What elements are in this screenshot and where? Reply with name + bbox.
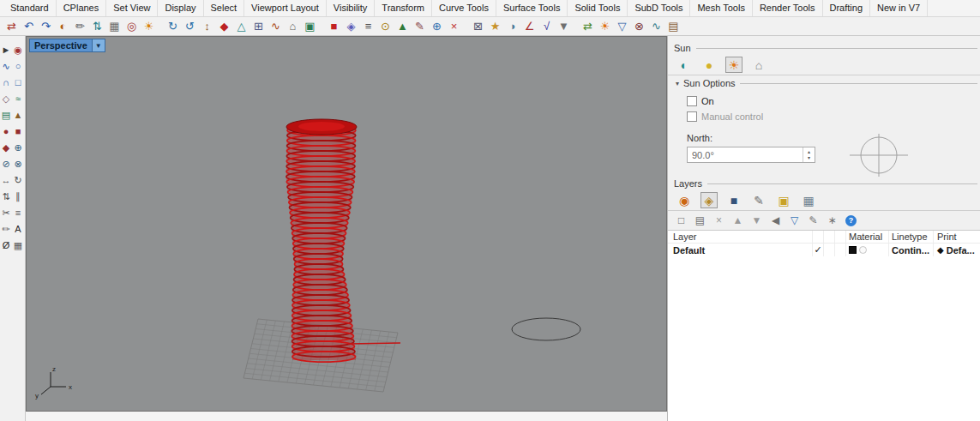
polygon-icon[interactable]: ◇: [1, 93, 12, 105]
menu-tab-set-view[interactable]: Set View: [106, 0, 158, 16]
north-input[interactable]: 90.0° ▴ ▾: [687, 147, 815, 163]
menu-tab-curve-tools[interactable]: Curve Tools: [432, 0, 496, 16]
layer-name[interactable]: Default: [668, 244, 812, 256]
point-icon[interactable]: ◉: [13, 45, 24, 56]
material-cell[interactable]: [845, 244, 888, 256]
add-icon[interactable]: ⊕: [430, 19, 444, 33]
mesh-triangle-icon[interactable]: △: [234, 19, 249, 33]
edit-pen-icon[interactable]: ✎: [412, 19, 427, 33]
menu-tab-surface-tools[interactable]: Surface Tools: [496, 0, 568, 16]
funnel-icon[interactable]: ▽: [615, 19, 629, 33]
viewport-canvas[interactable]: zxy: [27, 37, 666, 411]
menu-tab-display[interactable]: Display: [158, 0, 203, 16]
shade-toggle-icon[interactable]: ◐: [56, 19, 70, 33]
home-view-icon[interactable]: ⌂: [286, 19, 300, 33]
angle-icon[interactable]: ∠: [522, 19, 537, 33]
calc-check-icon[interactable]: √: [539, 19, 554, 33]
delete-icon[interactable]: ×: [447, 19, 461, 33]
menu-tab-new-in-v7[interactable]: New in V7: [870, 0, 928, 16]
swap-cplane-icon[interactable]: ⇄: [4, 19, 19, 33]
col-material[interactable]: Material: [845, 231, 888, 243]
delete-layer-icon[interactable]: ×: [712, 214, 725, 227]
help-icon[interactable]: ?: [845, 214, 857, 227]
gem-icon[interactable]: ◈: [344, 19, 358, 33]
red-line-curve[interactable]: [348, 343, 400, 344]
scale-icon[interactable]: ⇅: [1, 191, 12, 202]
annotate-pencil-icon[interactable]: ✏: [73, 19, 87, 33]
menu-tab-visibility[interactable]: Visibility: [327, 0, 376, 16]
layers-stack-icon[interactable]: ▤: [666, 19, 681, 33]
viewport-menu-caret-icon[interactable]: ▼: [93, 39, 105, 52]
linetype-cell[interactable]: Contin...: [888, 244, 933, 256]
redo-icon[interactable]: ↷: [39, 19, 53, 33]
sun-icon[interactable]: ☀: [725, 57, 743, 73]
dropdown-icon[interactable]: ▼: [556, 19, 571, 33]
trim-icon[interactable]: ✂: [1, 207, 12, 219]
circle-icon[interactable]: ○: [13, 61, 24, 72]
rotate-view-icon[interactable]: ↻: [165, 19, 180, 33]
sphere-icon[interactable]: ●: [1, 126, 12, 137]
pan-vertical-icon[interactable]: ↕: [200, 19, 214, 33]
arc-icon[interactable]: ∩: [1, 77, 12, 88]
current-layer-check-icon[interactable]: ✓: [812, 244, 823, 256]
layers-tab-icon[interactable]: ◈: [700, 192, 718, 208]
spinner-up-icon[interactable]: ▴: [808, 149, 810, 155]
menu-tab-subd-tools[interactable]: SubD Tools: [628, 0, 690, 16]
hatch-icon[interactable]: ▦: [13, 240, 24, 251]
filter-funnel-icon[interactable]: ▽: [788, 214, 801, 227]
loft-icon[interactable]: ▤: [1, 110, 12, 121]
sun-icon[interactable]: ☀: [598, 19, 612, 33]
half-sphere-icon[interactable]: ◑: [505, 19, 520, 33]
menu-tab-solid-tools[interactable]: Solid Tools: [568, 0, 628, 16]
collapse-chevron-icon[interactable]: ▾: [676, 80, 679, 87]
render-sun-icon[interactable]: ☀: [141, 19, 156, 33]
col-layer[interactable]: Layer: [668, 231, 812, 243]
select-cursor-icon[interactable]: ►: [1, 45, 12, 56]
rectangle-icon[interactable]: □: [13, 77, 24, 88]
sun-on-checkbox[interactable]: On: [687, 96, 980, 106]
solid-diamond-icon[interactable]: ◆: [217, 19, 231, 33]
grid-icon[interactable]: ▦: [107, 19, 122, 33]
menu-tab-render-tools[interactable]: Render Tools: [753, 0, 823, 16]
wave-icon[interactable]: ∿: [649, 19, 664, 33]
dimension-icon[interactable]: Ø: [1, 240, 12, 251]
material-sphere-icon[interactable]: [859, 246, 867, 254]
sun-options-header[interactable]: ▾ Sun Options: [668, 75, 980, 91]
layer-row-default[interactable]: Default ✓ Contin... ◆ Defa...: [668, 244, 980, 256]
swap-view-icon[interactable]: ⇅: [90, 19, 105, 33]
filter-edit-icon[interactable]: ✎: [807, 214, 820, 227]
layer-tools-icon[interactable]: ∗: [826, 214, 839, 227]
ellipse-curve[interactable]: [512, 318, 580, 340]
pyramid-icon[interactable]: ▲: [395, 19, 410, 33]
solid-icon[interactable]: ◆: [1, 142, 12, 153]
viewport-title[interactable]: Perspective: [29, 39, 93, 52]
menu-tab-cplanes[interactable]: CPlanes: [57, 0, 107, 16]
curve-tools-icon[interactable]: ∿: [268, 19, 283, 33]
pen-tab-icon[interactable]: ✎: [750, 192, 767, 208]
menu-tab-standard[interactable]: Standard: [3, 0, 57, 16]
move-down-icon[interactable]: ▼: [750, 214, 763, 227]
material-swatch[interactable]: [849, 246, 857, 254]
menu-tab-viewport-layout[interactable]: Viewport Layout: [244, 0, 327, 16]
close-box-icon[interactable]: ⊠: [471, 19, 485, 33]
checkbox-box[interactable]: [687, 96, 697, 106]
building-icon[interactable]: ⌂: [750, 57, 767, 73]
locked-cell[interactable]: [834, 244, 845, 256]
move-icon[interactable]: ↔: [1, 175, 12, 186]
boolean-intersect-icon[interactable]: ⊗: [13, 159, 24, 170]
bounding-box-icon[interactable]: ▣: [303, 19, 317, 33]
manual-control-checkbox[interactable]: Manual control: [687, 111, 980, 122]
curve-icon[interactable]: ∿: [1, 61, 12, 72]
collapse-icon[interactable]: ◀: [769, 214, 782, 227]
folder-tab-icon[interactable]: ▣: [775, 192, 792, 208]
extrude-icon[interactable]: ▲: [13, 110, 24, 121]
point-icon[interactable]: ⊙: [378, 19, 393, 33]
star-icon[interactable]: ★: [488, 19, 502, 33]
menu-tab-select[interactable]: Select: [204, 0, 245, 16]
array-icon[interactable]: ⊞: [251, 19, 266, 33]
boolean-union-icon[interactable]: ⊕: [13, 142, 24, 153]
cancel-icon[interactable]: ⊗: [632, 19, 646, 33]
spinner-down-icon[interactable]: ▾: [808, 155, 810, 161]
north-value[interactable]: 90.0°: [688, 147, 803, 162]
undo-icon[interactable]: ↶: [21, 19, 36, 33]
